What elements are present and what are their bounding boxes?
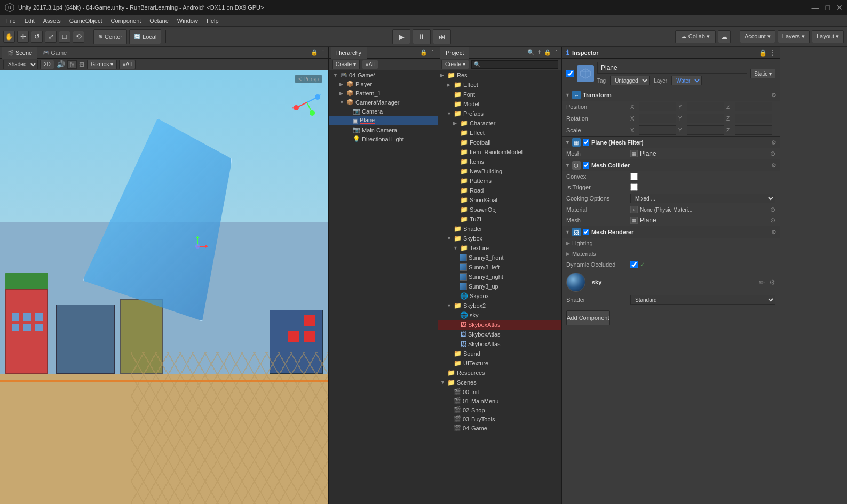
- project-item-skybox[interactable]: ▼ 📁 Skybox: [438, 234, 561, 243]
- project-item-skybox2[interactable]: ▼ 📁 Skybox2: [438, 301, 561, 310]
- hierarchy-all-btn[interactable]: ≡All: [362, 60, 378, 69]
- project-item-uitexture[interactable]: 📁 UITexture: [438, 358, 561, 368]
- step-button[interactable]: ⏭: [433, 29, 451, 44]
- project-item-04game[interactable]: 🎬 04-Game: [438, 423, 561, 433]
- hierarchy-item-04game[interactable]: ▼ 🎮 04-Game*: [329, 70, 438, 79]
- panel-lock-icon[interactable]: 🔒: [311, 49, 318, 56]
- rect-tool[interactable]: □: [59, 31, 70, 43]
- cloud-button[interactable]: ☁: [718, 30, 731, 43]
- project-item-item-randommodel[interactable]: 📁 Item_RandomModel: [438, 147, 561, 157]
- menu-assets[interactable]: Assets: [39, 17, 65, 25]
- inspector-lock-icon[interactable]: 🔒: [759, 49, 767, 57]
- transform-tool[interactable]: ⟲: [73, 31, 84, 43]
- tab-game[interactable]: 🎮 Game: [37, 47, 72, 59]
- scale-tool[interactable]: ⤢: [45, 31, 57, 43]
- meshfilter-gear[interactable]: ⚙: [771, 139, 777, 146]
- hierarchy-item-cameramanager[interactable]: ▼ 📦 CameraManager: [329, 98, 438, 107]
- project-item-model[interactable]: 📁 Model: [438, 99, 561, 109]
- tag-select[interactable]: Untagged: [610, 76, 650, 85]
- scene-icon-btn[interactable]: 🖼: [79, 61, 85, 68]
- menu-gameobject[interactable]: GameObject: [65, 17, 107, 25]
- all-button[interactable]: ≡All: [119, 60, 136, 69]
- project-item-road[interactable]: 📁 Road: [438, 186, 561, 195]
- minimize-btn[interactable]: —: [812, 3, 819, 12]
- hierarchy-item-camera[interactable]: 📷 Camera: [329, 107, 438, 116]
- project-item-prefabs[interactable]: ▼ 📁 Prefabs: [438, 109, 561, 118]
- project-item-football[interactable]: 📁 Football: [438, 138, 561, 147]
- layer-select[interactable]: Water: [671, 76, 702, 85]
- tab-hierarchy[interactable]: Hierarchy: [331, 47, 367, 59]
- project-item-texture[interactable]: ▼ 📁 Texture: [438, 243, 561, 253]
- materials-arrow[interactable]: ▶: [566, 251, 570, 257]
- project-item-sky[interactable]: 🌐 sky: [438, 310, 561, 320]
- layers-dropdown[interactable]: Layers ▾: [778, 30, 810, 43]
- project-item-patterns[interactable]: 📁 Patterns: [438, 176, 561, 186]
- project-item-res[interactable]: ▶ 📁 Res: [438, 70, 561, 80]
- add-component-button[interactable]: Add Component: [566, 310, 610, 325]
- close-btn[interactable]: ✕: [836, 3, 843, 12]
- menu-window[interactable]: Window: [173, 17, 202, 25]
- material-target-icon[interactable]: ⊙: [770, 206, 775, 213]
- rotate-tool[interactable]: ↺: [31, 31, 43, 43]
- project-item-00init[interactable]: 🎬 00-Init: [438, 387, 561, 396]
- project-item-skyboxatlas1[interactable]: 🖼 SkyboxAtlas: [438, 320, 561, 330]
- project-more-icon[interactable]: ⋮: [553, 49, 559, 56]
- project-item-effect[interactable]: ▶ 📁 Effect: [438, 80, 561, 90]
- fx-icon[interactable]: fx: [67, 60, 77, 69]
- project-item-sunny3left[interactable]: Sunny3_left: [438, 262, 561, 272]
- tab-scene[interactable]: 🎬 Scene: [2, 47, 37, 59]
- meshrenderer-gear[interactable]: ⚙: [771, 229, 777, 236]
- project-item-sunny3right[interactable]: Sunny3_right: [438, 272, 561, 282]
- static-button[interactable]: Static ▾: [750, 69, 775, 78]
- project-icon1[interactable]: 🔍: [527, 49, 535, 56]
- local-button[interactable]: 🔄 Local: [129, 29, 161, 44]
- project-item-newbuilding[interactable]: 📁 NewBuilding: [438, 166, 561, 176]
- project-item-shader[interactable]: 📁 Shader: [438, 224, 561, 234]
- scale-x-input[interactable]: 1: [639, 125, 676, 135]
- lighting-arrow[interactable]: ▶: [566, 241, 570, 246]
- is-trigger-checkbox[interactable]: [630, 183, 638, 191]
- gizmos-button[interactable]: Gizmos ▾: [87, 60, 117, 69]
- project-item-tuzi[interactable]: 📁 TuZi: [438, 214, 561, 224]
- project-item-items[interactable]: 📁 Items: [438, 157, 561, 166]
- rot-x-input[interactable]: 90: [639, 114, 676, 123]
- meshcollider-header[interactable]: ▼ ⬡ Mesh Collider ⚙: [562, 159, 780, 171]
- project-item-skyboxatlas3[interactable]: 🖼 SkyboxAtlas: [438, 339, 561, 349]
- scene-viewport[interactable]: < Persp y z x: [0, 70, 328, 504]
- cooking-options-select[interactable]: Mixed ...: [630, 194, 775, 203]
- object-name-input[interactable]: [597, 62, 747, 74]
- menu-octane[interactable]: Octane: [145, 17, 172, 25]
- meshfilter-enabled[interactable]: [583, 139, 589, 146]
- project-item-sunny3up[interactable]: Sunny3_up: [438, 282, 561, 291]
- hierarchy-item-plane[interactable]: ▣ Plane: [329, 116, 438, 125]
- hierarchy-more-icon[interactable]: ⋮: [430, 49, 436, 56]
- menu-file[interactable]: File: [2, 17, 20, 25]
- center-button[interactable]: ⊕ Center: [93, 29, 127, 44]
- meshcollider-enabled[interactable]: [583, 162, 589, 169]
- 2d-button[interactable]: 2D: [40, 60, 54, 69]
- pos-y-input[interactable]: -0.06: [687, 102, 724, 111]
- material-gear[interactable]: ⚙: [769, 278, 775, 286]
- pos-z-input[interactable]: -1.0852: [735, 102, 772, 111]
- mesh-target-icon[interactable]: ⊙: [770, 150, 775, 157]
- hand-tool[interactable]: ✋: [3, 31, 15, 43]
- panel-more-icon[interactable]: ⋮: [320, 49, 326, 56]
- transform-header[interactable]: ▼ ↔ Transform ⚙: [562, 89, 780, 101]
- material-edit-icon[interactable]: ✏: [759, 278, 765, 286]
- project-item-01mainmenu[interactable]: 🎬 01-MainMenu: [438, 396, 561, 405]
- play-button[interactable]: ▶: [392, 29, 410, 44]
- dynamic-occluded-checkbox[interactable]: [630, 261, 638, 268]
- hierarchy-lock-icon[interactable]: 🔒: [420, 49, 428, 56]
- meshcollider-gear[interactable]: ⚙: [771, 162, 777, 169]
- project-lock-icon[interactable]: 🔒: [544, 49, 551, 56]
- project-icon2[interactable]: ⬆: [537, 49, 542, 56]
- scale-z-input[interactable]: 1: [735, 125, 772, 135]
- hierarchy-item-player[interactable]: ▶ 📦 Player: [329, 79, 438, 89]
- account-dropdown[interactable]: Account ▾: [740, 30, 775, 43]
- project-item-02shop[interactable]: 🎬 02-Shop: [438, 405, 561, 414]
- project-item-scenes[interactable]: ▼ 📁 Scenes: [438, 378, 561, 387]
- layout-dropdown[interactable]: Layout ▾: [812, 30, 844, 43]
- project-create-btn[interactable]: Create ▾: [441, 60, 469, 69]
- transform-gear[interactable]: ⚙: [771, 92, 777, 99]
- project-item-effect2[interactable]: 📁 Effect: [438, 128, 561, 138]
